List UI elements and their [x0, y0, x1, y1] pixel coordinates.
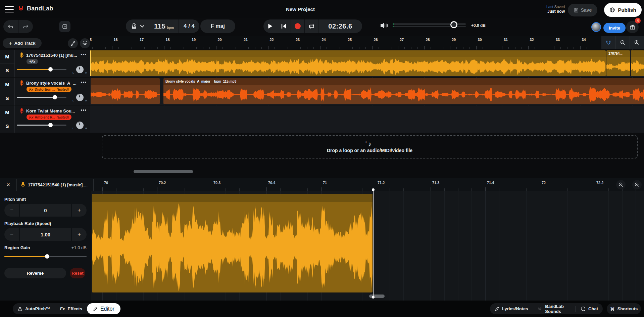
invite-button[interactable]: Invite: [603, 23, 626, 33]
editor-clip[interactable]: [92, 194, 373, 292]
avatar[interactable]: [591, 22, 601, 32]
clip-label: Brony style vocals_A_major__bpm_115.mp3: [165, 80, 236, 83]
pitch-minus-button[interactable]: −: [4, 204, 19, 217]
publish-label: Publish: [618, 7, 636, 13]
solo-button[interactable]: S: [0, 91, 14, 105]
time-signature-button[interactable]: 4 / 4: [179, 19, 199, 33]
bar-label: 28: [426, 38, 430, 42]
track-row: 170754... M S 1707542151540 (1) [mu... •…: [0, 50, 644, 77]
mute-button[interactable]: M: [0, 50, 14, 63]
track3-lane[interactable]: [90, 105, 644, 133]
slider-thumb[interactable]: [48, 123, 53, 127]
rate-plus-button[interactable]: +: [72, 228, 87, 241]
snap-toggle[interactable]: [601, 36, 615, 49]
patch-cable-button[interactable]: [68, 38, 78, 48]
editor-ruler[interactable]: 7070.270.370.47171.271.371.47272.2: [93, 179, 644, 191]
loops-panel-button[interactable]: [59, 21, 70, 32]
editor-close-button[interactable]: ×: [0, 179, 17, 191]
save-button[interactable]: Save: [568, 4, 597, 16]
editor-canvas[interactable]: [91, 191, 644, 301]
track-name[interactable]: 1707542151540 (1) [mu...: [26, 53, 77, 58]
waveform: [163, 85, 644, 104]
zoom-in-button[interactable]: [630, 36, 644, 49]
record-button[interactable]: [291, 19, 305, 33]
editor-scrollbar[interactable]: [369, 295, 385, 298]
track2-lane[interactable]: Brony style vocals_A_major__bpm_115.mp3: [90, 78, 644, 105]
add-track-button[interactable]: + Add Track: [3, 38, 42, 48]
key-button[interactable]: F maj: [200, 19, 235, 33]
slider-fill: [17, 125, 50, 126]
bpm-button[interactable]: 115 bpm: [149, 19, 179, 33]
track1-lane[interactable]: 170754...: [90, 50, 644, 77]
bar-label: 31: [504, 38, 508, 42]
speaker-icon[interactable]: [380, 22, 388, 29]
pan-knob[interactable]: [76, 93, 84, 102]
lyrics-notes-button[interactable]: Lyrics/Notes: [490, 303, 533, 314]
undo-button[interactable]: [3, 20, 18, 33]
zoom-out-button[interactable]: [615, 36, 630, 49]
bpm-unit: bpm: [167, 26, 174, 30]
mute-button[interactable]: M: [0, 78, 14, 91]
bar-label: 15: [90, 38, 92, 42]
track-more-button[interactable]: •••: [81, 107, 87, 113]
chat-button[interactable]: Chat: [576, 303, 603, 314]
timeline-ruler[interactable]: 1516171819202122232425262728293031323334: [90, 36, 601, 49]
mute-button[interactable]: M: [0, 105, 14, 119]
playback-rate-stepper: − 1.00 +: [4, 228, 87, 241]
time-display[interactable]: 02:26.6: [318, 19, 362, 33]
dropzone[interactable]: +♪ Drop a loop or an audio/MIDI/video fi…: [102, 135, 638, 158]
project-title[interactable]: New Project: [267, 6, 334, 12]
track-volume-slider[interactable]: [17, 97, 66, 98]
pitch-plus-button[interactable]: +: [72, 204, 87, 217]
menu-icon[interactable]: [5, 6, 14, 12]
autopitch-button[interactable]: AutoPitch™: [13, 303, 55, 314]
audio-clip[interactable]: [631, 50, 644, 76]
slider-thumb[interactable]: [45, 254, 49, 259]
pan-knob[interactable]: [76, 65, 84, 74]
publish-button[interactable]: Publish: [604, 3, 642, 17]
editor-tab-active[interactable]: Editor: [87, 303, 120, 314]
playhead[interactable]: [373, 190, 374, 297]
rate-minus-button[interactable]: −: [4, 228, 19, 241]
rewind-button[interactable]: [277, 19, 291, 33]
region-gain-slider[interactable]: [4, 256, 87, 257]
fx-badge[interactable]: Fx Distortion ... (Edited): [27, 87, 71, 92]
audio-clip[interactable]: Brony style vocals_A_major__bpm_115.mp3: [163, 78, 644, 104]
fx-badge[interactable]: +Fx: [27, 59, 38, 64]
shortcuts-button[interactable]: ⌘ Shortcuts: [607, 303, 641, 314]
slider-thumb[interactable]: [53, 95, 57, 99]
audio-clip[interactable]: [90, 50, 606, 76]
loop-button[interactable]: [305, 19, 318, 33]
fx-badge-edited: (Edited): [57, 87, 69, 91]
editor-zoom-out-button[interactable]: [616, 180, 626, 189]
plus-icon: +: [9, 40, 12, 46]
timeline-scrollbar[interactable]: [134, 170, 193, 173]
master-volume-thumb[interactable]: [450, 21, 457, 28]
bandlab-sounds-button[interactable]: BandLab Sounds: [533, 303, 576, 314]
editor-zoom-in-button[interactable]: [632, 180, 642, 189]
track-volume-slider[interactable]: [17, 125, 66, 126]
pan-knob[interactable]: [76, 121, 84, 130]
track-name[interactable]: Brony style vocals_A_...: [26, 81, 77, 86]
audio-clip[interactable]: 170754...: [606, 50, 630, 76]
redo-button[interactable]: [18, 20, 33, 33]
editor-beat-label: 70.2: [159, 181, 166, 185]
playback-rate-label: Playback Rate (Speed): [4, 221, 51, 226]
editor-header-divider: [0, 191, 644, 191]
reverse-button[interactable]: Reverse: [4, 268, 66, 278]
track-name[interactable]: Korn Twist Meme Sou...: [26, 108, 75, 114]
track-volume-slider[interactable]: [17, 69, 66, 70]
slider-thumb[interactable]: [48, 67, 53, 72]
fx-badge[interactable]: Fx Ambient R... (Edited): [27, 115, 71, 120]
time-stretch-button[interactable]: [80, 38, 90, 48]
track-more-button[interactable]: •••: [81, 80, 87, 85]
effects-button[interactable]: Fx Effects: [55, 303, 87, 314]
reset-button[interactable]: Reset: [70, 268, 85, 278]
solo-button[interactable]: S: [0, 119, 14, 133]
bandlab-logo[interactable]: BandLab: [17, 5, 53, 12]
play-button[interactable]: [263, 19, 277, 33]
metronome-button[interactable]: [126, 19, 149, 33]
audio-clip[interactable]: [91, 78, 160, 104]
track-more-button[interactable]: •••: [81, 52, 87, 57]
solo-button[interactable]: S: [0, 63, 14, 77]
